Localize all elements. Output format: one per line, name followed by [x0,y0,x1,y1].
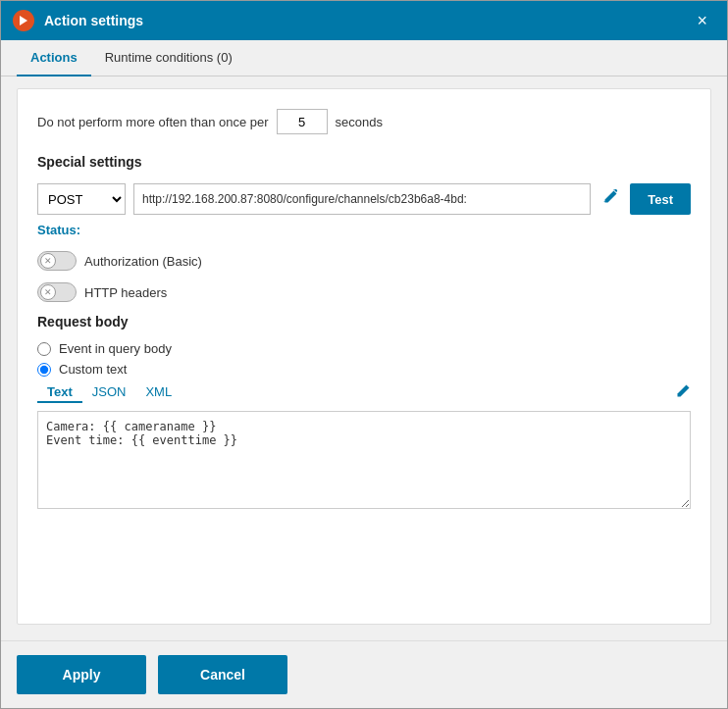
main-panel: Do not perform more often than once per … [17,88,711,625]
special-settings-title: Special settings [37,154,691,170]
radio-event-query[interactable] [37,342,51,356]
radio-event-query-row: Event in query body [37,341,691,356]
scroll-container: Do not perform more often than once per … [1,76,727,640]
auth-toggle[interactable]: ✕ [37,251,77,271]
dialog-title: Action settings [44,13,689,28]
format-tab-xml[interactable]: XML [135,382,182,403]
toggle-x-icon-2: ✕ [40,284,56,300]
headers-toggle-row: ✕ HTTP headers [37,282,691,302]
status-row: Status: [37,223,691,237]
cancel-button[interactable]: Cancel [158,655,287,694]
body-textarea[interactable]: Camera: {{ cameraname }} Event time: {{ … [37,411,691,509]
auth-toggle-row: ✕ Authorization (Basic) [37,251,691,271]
method-select[interactable]: POST GET PUT DELETE [37,183,126,215]
body-edit-icon[interactable] [675,383,691,403]
headers-label: HTTP headers [84,285,167,300]
tab-runtime[interactable]: Runtime conditions (0) [91,40,246,76]
app-icon [13,10,34,31]
format-tabs-row: Text JSON XML [37,382,691,403]
once-per-row: Do not perform more often than once per … [37,109,691,134]
footer: Apply Cancel [1,640,727,708]
tabs-bar: Actions Runtime conditions (0) [1,40,727,76]
svg-rect-1 [604,202,607,203]
apply-button[interactable]: Apply [17,655,146,694]
radio-event-query-label: Event in query body [59,341,172,356]
test-button[interactable]: Test [630,183,691,215]
status-label: Status: [37,223,80,237]
request-body-title: Request body [37,314,691,329]
action-settings-dialog: Action settings × Actions Runtime condit… [0,0,728,709]
special-settings-row: POST GET PUT DELETE Test [37,183,691,215]
svg-marker-0 [20,16,27,25]
title-bar: Action settings × [1,1,727,40]
url-input[interactable] [133,183,591,215]
headers-toggle[interactable]: ✕ [37,282,77,302]
url-edit-button[interactable] [598,187,622,211]
format-tabs: Text JSON XML [37,382,182,403]
close-button[interactable]: × [689,8,715,33]
once-per-prefix: Do not perform more often than once per [37,115,269,129]
content-area: Do not perform more often than once per … [1,76,727,640]
radio-custom-text[interactable] [37,363,51,377]
once-per-suffix: seconds [336,115,383,129]
tab-actions[interactable]: Actions [17,40,91,76]
format-tab-text[interactable]: Text [37,382,82,403]
auth-label: Authorization (Basic) [84,254,202,269]
radio-custom-text-row: Custom text [37,362,691,377]
radio-custom-text-label: Custom text [59,362,127,377]
format-tab-json[interactable]: JSON [82,382,136,403]
toggle-x-icon: ✕ [40,253,56,269]
once-per-input[interactable] [277,109,328,134]
